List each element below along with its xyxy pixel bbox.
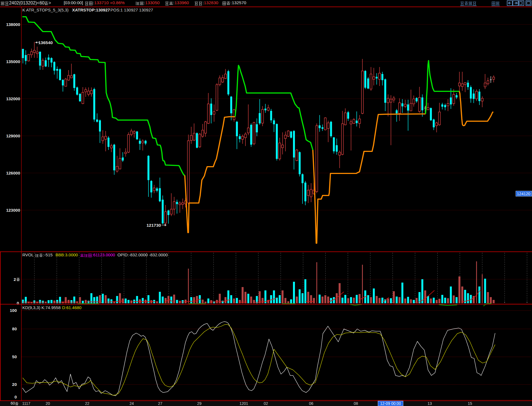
svg-text:22: 22 xyxy=(85,401,89,406)
svg-text:0: 0 xyxy=(17,301,19,305)
svg-text::: : xyxy=(203,0,204,5)
svg-text:K ATR_STOPS_5_3(5,3): K ATR_STOPS_5_3(5,3) xyxy=(22,8,68,12)
svg-text:126000: 126000 xyxy=(6,171,20,175)
svg-text:1117: 1117 xyxy=(22,401,30,406)
svg-text::: : xyxy=(231,0,232,5)
svg-text:[03:00:00]: [03:00:00] xyxy=(64,0,83,5)
svg-text:136540: 136540 xyxy=(38,40,53,45)
svg-text:D:61.4680: D:61.4680 xyxy=(62,305,81,310)
svg-text:80: 80 xyxy=(12,326,17,331)
svg-text:12-09 00:00: 12-09 00:00 xyxy=(380,401,401,406)
svg-text::: : xyxy=(173,0,174,5)
svg-text:RVOL: RVOL xyxy=(22,252,34,257)
svg-text:06: 06 xyxy=(309,401,313,406)
svg-text::-515: :-515 xyxy=(43,252,53,257)
svg-text:0: 0 xyxy=(15,395,17,399)
svg-text:121730: 121730 xyxy=(146,223,161,228)
svg-text:29: 29 xyxy=(197,401,202,406)
svg-text:>: > xyxy=(48,1,51,5)
svg-text:2402(013202)<60: 2402(013202)<60 xyxy=(9,1,44,5)
svg-text:1201: 1201 xyxy=(239,401,248,406)
svg-text:138000: 138000 xyxy=(6,22,20,27)
svg-text::: : xyxy=(144,0,145,5)
svg-text:XATRSTOP:130927: XATRSTOP:130927 xyxy=(72,8,110,12)
svg-text:20: 20 xyxy=(46,401,50,406)
svg-text:123000: 123000 xyxy=(6,208,20,212)
svg-text:132830: 132830 xyxy=(204,0,218,5)
svg-text:133050: 133050 xyxy=(145,0,160,5)
svg-text:13: 13 xyxy=(427,401,432,406)
svg-text:2: 2 xyxy=(14,277,16,282)
svg-text::61123.0000: :61123.0000 xyxy=(92,252,115,257)
svg-text:24: 24 xyxy=(129,401,134,406)
svg-text:129000: 129000 xyxy=(6,133,20,138)
svg-text:02: 02 xyxy=(264,401,268,406)
svg-text:132570: 132570 xyxy=(232,0,246,5)
svg-text:133960: 133960 xyxy=(174,0,189,5)
svg-text:133710 +0.86%: 133710 +0.86% xyxy=(94,0,125,5)
svg-text:27: 27 xyxy=(158,401,162,406)
svg-text:135000: 135000 xyxy=(6,59,20,64)
svg-text:50: 50 xyxy=(12,354,17,359)
svg-text:132000: 132000 xyxy=(6,96,20,101)
svg-text:08: 08 xyxy=(354,401,358,406)
svg-text:KD(9,3,3) K:74.9558: KD(9,3,3) K:74.9558 xyxy=(22,305,61,310)
svg-text:OPID:-832.0000 -832.0000: OPID:-832.0000 -832.0000 xyxy=(117,252,168,257)
svg-text:100: 100 xyxy=(10,308,17,313)
svg-text:15: 15 xyxy=(468,401,472,406)
svg-text:BBB:3.0000: BBB:3.0000 xyxy=(56,252,78,257)
svg-text:124120: 124120 xyxy=(517,192,530,196)
svg-text:20: 20 xyxy=(12,382,17,387)
svg-text:60: 60 xyxy=(11,401,15,405)
svg-text:POS:1 130927 130927: POS:1 130927 130927 xyxy=(110,8,153,12)
